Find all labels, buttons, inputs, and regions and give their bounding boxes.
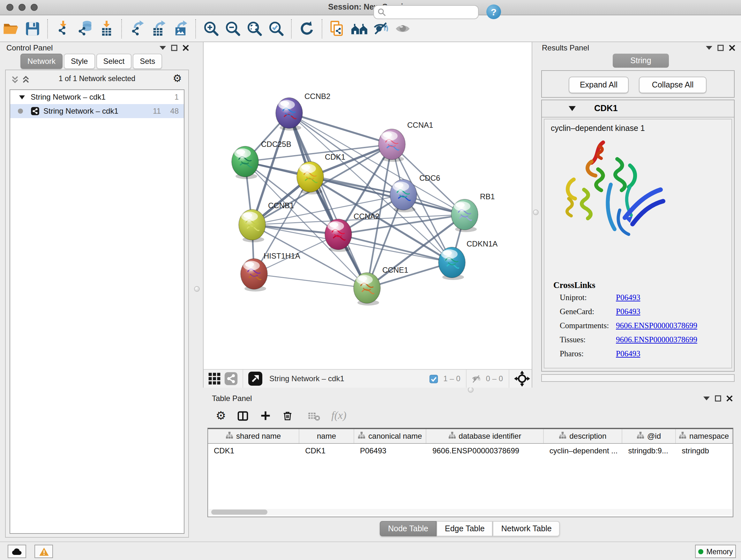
panel-menu-icon[interactable] xyxy=(706,45,712,51)
table-cell[interactable]: P06493 xyxy=(354,444,427,458)
network-column-icon xyxy=(448,432,455,441)
crosslink-value-link[interactable]: 9606.ENSP00000378699 xyxy=(616,321,697,331)
column-header--id[interactable]: @id xyxy=(623,429,676,443)
memory-button[interactable]: Memory xyxy=(695,545,736,558)
string-panel-toggle-icon[interactable] xyxy=(224,369,238,388)
collapse-all-button[interactable]: Collapse All xyxy=(639,77,706,93)
edge-CCNB2-CCNA1[interactable] xyxy=(289,113,392,144)
tree-expand-icon[interactable] xyxy=(19,95,25,99)
column-header-name[interactable]: name xyxy=(299,429,354,443)
import-table-icon[interactable] xyxy=(97,19,116,38)
node-table[interactable]: shared namenamecanonical namedatabase id… xyxy=(207,428,733,517)
zoom-selected-icon[interactable] xyxy=(267,19,286,38)
node-section-body: cyclin–dependent kinase 1 xyxy=(544,119,732,368)
column-header-shared-name[interactable]: shared name xyxy=(208,429,299,443)
tab-edge-table[interactable]: Edge Table xyxy=(436,521,493,537)
tab-network[interactable]: Network xyxy=(20,54,63,69)
import-database-icon[interactable] xyxy=(75,19,94,38)
section-collapse-icon[interactable] xyxy=(569,106,576,111)
show-columns-icon[interactable] xyxy=(237,410,249,422)
table-hscrollbar[interactable] xyxy=(209,509,732,515)
table-cell[interactable]: stringdb xyxy=(676,444,733,458)
tab-network-table[interactable]: Network Table xyxy=(493,521,560,537)
results-scrollbar[interactable] xyxy=(541,374,735,382)
window-title: Session: New Session xyxy=(0,3,741,11)
crosslink-value-link[interactable]: P06493 xyxy=(616,307,640,317)
edge-HIST1H1A-CCNE1[interactable] xyxy=(254,274,367,288)
delete-column-icon[interactable] xyxy=(282,410,293,422)
column-header-canonical-name[interactable]: canonical name xyxy=(354,429,427,443)
open-in-window-icon[interactable] xyxy=(248,369,263,388)
zoom-in-icon[interactable] xyxy=(202,19,221,38)
open-session-icon[interactable] xyxy=(1,19,20,38)
node-CCNE1[interactable]: CCNE1 xyxy=(354,266,408,306)
node-CCNB2[interactable]: CCNB2 xyxy=(276,92,330,131)
column-header-namespace[interactable]: namespace xyxy=(676,429,733,443)
panel-menu-icon[interactable] xyxy=(159,45,166,51)
save-session-icon[interactable] xyxy=(23,19,42,38)
expand-all-button[interactable]: Expand All xyxy=(569,77,629,93)
help-button[interactable]: ? xyxy=(486,4,501,19)
node-CDKN1A[interactable]: CDKN1A xyxy=(439,240,497,280)
create-column-icon[interactable] xyxy=(260,410,271,422)
network-selection-status: 1 of 1 Network selected xyxy=(6,75,188,82)
export-image-icon[interactable] xyxy=(171,19,190,38)
panel-close-icon[interactable] xyxy=(726,395,733,401)
table-options-gear-icon[interactable]: ⚙ xyxy=(216,410,226,422)
column-header-description[interactable]: description xyxy=(544,429,623,443)
crosslink-value-link[interactable]: P06493 xyxy=(616,293,640,303)
panel-close-icon[interactable] xyxy=(729,45,735,51)
network-options-gear-icon[interactable]: ⚙ xyxy=(173,73,182,84)
tab-sets[interactable]: Sets xyxy=(133,54,162,69)
edge-CCNB2-CCNE1[interactable] xyxy=(289,113,367,288)
node-section-header[interactable]: CDK1 xyxy=(542,100,734,118)
import-network-icon[interactable] xyxy=(54,19,73,38)
home-icon[interactable] xyxy=(350,19,369,38)
column-header-database-identifier[interactable]: database identifier xyxy=(427,429,544,443)
zoom-out-icon[interactable] xyxy=(223,19,243,38)
table-row[interactable]: CDK1CDK1P064939606.ENSP00000378699cyclin… xyxy=(208,444,733,458)
right-splitter-handle[interactable] xyxy=(533,209,539,215)
crosslink-value-link[interactable]: P06493 xyxy=(616,349,640,359)
tab-node-table[interactable]: Node Table xyxy=(380,521,436,537)
panel-menu-icon[interactable] xyxy=(703,396,710,401)
node-RB1[interactable]: RB1 xyxy=(451,192,495,232)
table-cell[interactable]: CDK1 xyxy=(208,444,299,458)
cloud-button[interactable] xyxy=(8,545,26,558)
export-table-icon[interactable] xyxy=(149,19,169,38)
table-cell[interactable]: CDK1 xyxy=(299,444,354,458)
control-panel-title: Control Panel xyxy=(6,44,53,52)
panel-float-icon[interactable] xyxy=(715,395,721,401)
table-hscrollbar-thumb[interactable] xyxy=(211,509,267,515)
search-input[interactable] xyxy=(374,5,479,19)
export-network-icon[interactable] xyxy=(128,19,147,38)
birdseye-view-icon[interactable] xyxy=(207,369,221,388)
show-panel-icon[interactable] xyxy=(393,19,412,38)
warnings-button[interactable] xyxy=(35,545,53,558)
clone-network-icon[interactable] xyxy=(328,19,347,38)
tab-style[interactable]: Style xyxy=(64,54,95,69)
selected-checkbox-icon[interactable] xyxy=(428,374,438,383)
table-cell[interactable]: 9606.ENSP00000378699 xyxy=(427,444,544,458)
zoom-fit-icon[interactable] xyxy=(245,19,264,38)
cytoscape-window: Session: New Session ? Control Panel Net… xyxy=(0,0,741,560)
left-splitter-handle[interactable] xyxy=(194,286,200,292)
node-CCNA1[interactable]: CCNA1 xyxy=(379,121,433,162)
node-HIST1H1A[interactable]: HIST1H1A xyxy=(241,252,300,292)
search-field-wrap xyxy=(374,5,479,19)
crosslink-value-link[interactable]: 9606.ENSP00000378699 xyxy=(616,335,697,345)
panel-float-icon[interactable] xyxy=(171,45,178,51)
network-collection-row[interactable]: String Network – cdk1 1 xyxy=(10,90,184,104)
fit-selected-crosshair-icon[interactable] xyxy=(514,369,530,388)
table-cell[interactable]: cyclin–dependent ... xyxy=(544,444,623,458)
table-cell[interactable]: stringdb:9... xyxy=(623,444,676,458)
panel-float-icon[interactable] xyxy=(718,45,724,51)
network-canvas[interactable]: CCNB2 CCNA1 CDC25B CDK1 xyxy=(204,42,532,369)
tab-select[interactable]: Select xyxy=(96,54,131,69)
hide-panel-icon[interactable] xyxy=(372,19,391,38)
panel-close-icon[interactable] xyxy=(183,45,189,51)
refresh-icon[interactable] xyxy=(297,19,317,38)
node-description: cyclin–dependent kinase 1 xyxy=(551,124,645,133)
tab-string[interactable]: String xyxy=(613,54,669,68)
network-row[interactable]: String Network – cdk1 11 48 xyxy=(10,104,184,118)
